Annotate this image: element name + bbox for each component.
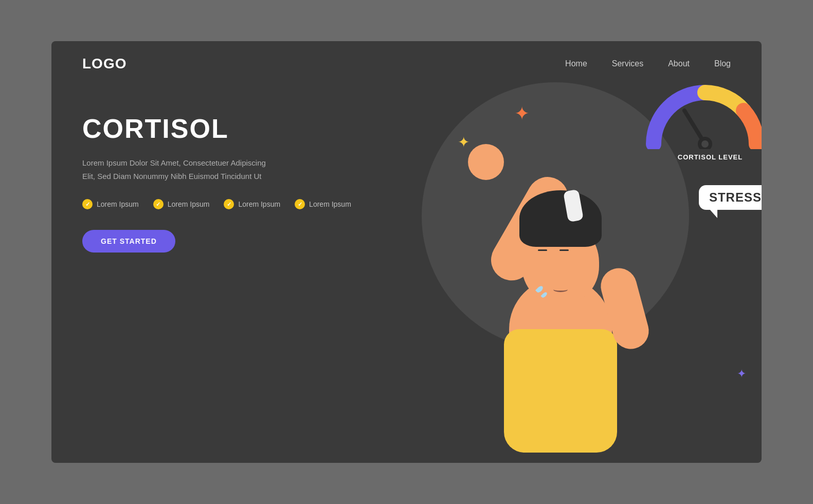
navigation: Home Services About Blog (565, 59, 731, 68)
stress-speech-bubble: STRESS (699, 185, 762, 210)
check-icon-4 (295, 199, 305, 209)
nav-blog[interactable]: Blog (714, 59, 731, 68)
character-illustration (453, 113, 669, 453)
svg-line-1 (684, 111, 705, 144)
nav-home[interactable]: Home (565, 59, 587, 68)
check-item-4: Lorem Ipsum (295, 199, 351, 209)
checklist: Lorem Ipsum Lorem Ipsum Lorem Ipsum Lore… (82, 199, 442, 209)
get-started-button[interactable]: GET STARTED (82, 230, 175, 253)
tear-1 (535, 285, 544, 294)
character-eyes (535, 249, 571, 254)
page-title: CORTISOL (82, 113, 442, 144)
tear-2 (540, 291, 548, 298)
gauge-svg (643, 82, 762, 149)
cortisol-level-label: CORTISOL LEVEL (643, 153, 762, 161)
header: LOGO Home Services About Blog (51, 41, 762, 72)
stress-label: STRESS (709, 190, 762, 204)
hero-left: CORTISOL Lorem Ipsum Dolor Sit Amet, Con… (51, 72, 442, 453)
nav-services[interactable]: Services (612, 59, 643, 68)
logo: LOGO (82, 56, 127, 72)
character-shirt (504, 329, 617, 453)
eye-left (538, 249, 547, 251)
hero-description: Lorem Ipsum Dolor Sit Amet, Consectetuer… (82, 156, 309, 183)
svg-point-2 (701, 140, 709, 148)
check-item-3: Lorem Ipsum (224, 199, 280, 209)
cortisol-gauge: CORTISOL LEVEL (643, 82, 762, 161)
character-mouth (553, 287, 568, 292)
check-icon-1 (82, 199, 93, 209)
sparkle-icon-1: ✦ (458, 134, 469, 151)
check-item-1: Lorem Ipsum (82, 199, 139, 209)
sparkle-icon-2: ✦ (514, 103, 530, 124)
check-icon-2 (153, 199, 164, 209)
character-hand-raised (468, 144, 504, 180)
check-icon-3 (224, 199, 234, 209)
main-content: CORTISOL Lorem Ipsum Dolor Sit Amet, Con… (51, 72, 762, 453)
sparkle-icon-3: ✦ (737, 367, 746, 381)
check-item-2: Lorem Ipsum (153, 199, 210, 209)
nav-about[interactable]: About (668, 59, 690, 68)
eye-right (559, 249, 569, 251)
hero-illustration: ✦ ✦ ✦ (442, 72, 762, 453)
browser-frame: LOGO Home Services About Blog CORTISOL L… (51, 41, 762, 463)
character-hair (519, 190, 602, 247)
